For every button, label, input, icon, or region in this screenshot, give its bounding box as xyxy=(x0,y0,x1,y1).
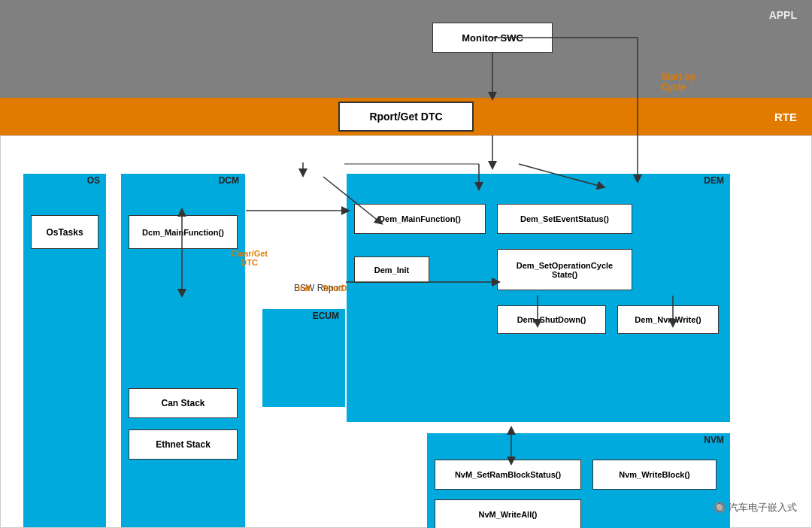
nvm-write-all-box: NvM_WriteAll() xyxy=(435,499,581,528)
dem-nvm-write-box: Dem_NvmWrite() xyxy=(617,305,719,334)
dem-init-box: Dem_Init xyxy=(354,256,429,283)
ostasks-label: OsTasks xyxy=(46,227,83,238)
nvm-write-all-label: NvM_WriteAll() xyxy=(478,510,537,519)
ethnet-stack-label: Ethnet Stack xyxy=(156,439,211,450)
watermark: 🔘 汽车电子嵌入式 xyxy=(714,501,797,514)
can-stack-box: Can Stack xyxy=(129,388,238,418)
start-cycle-label: Start opCycle xyxy=(662,71,695,93)
dcm-main-label: Dcm_MainFunction() xyxy=(142,228,224,237)
dem-shutdown-label: Dem_ShutDown() xyxy=(517,315,586,324)
dem-main-box: Dem_MainFunction() xyxy=(354,204,486,234)
dem-set-op-label: Dem_SetOperationCycle State() xyxy=(517,261,613,279)
dem-set-event-box: Dem_SetEventStatus() xyxy=(497,204,632,234)
rport-dtc-box: Rport/Get DTC xyxy=(338,102,474,132)
init-label: Init xyxy=(298,284,311,293)
dcm-label: DCM xyxy=(219,175,239,186)
dem-section: DEM Dem_MainFunction() Dem_SetEventStatu… xyxy=(347,174,730,422)
dem-shutdown-box: Dem_ShutDown() xyxy=(497,305,606,334)
ecum-label: ECUM xyxy=(313,311,339,321)
bsw-layer: BSW Report OS OsTasks DCM Dcm_MainFuncti… xyxy=(0,135,812,528)
monitor-swc-box: Monitor SWC xyxy=(432,23,553,53)
nvm-write-block-box: Nvm_WriteBlock() xyxy=(592,460,717,490)
monitor-swc-label: Monitor SWC xyxy=(462,32,523,44)
rte-layer: Rport/Get DTC RTE xyxy=(0,98,812,135)
dem-label: DEM xyxy=(704,175,724,186)
dem-set-op-box: Dem_SetOperationCycle State() xyxy=(497,249,632,290)
nvm-section: NVM NvM_SetRamBlockStatus() NvM_WriteAll… xyxy=(427,433,730,528)
dem-main-label: Dem_MainFunction() xyxy=(379,214,461,223)
dem-set-event-label: Dem_SetEventStatus() xyxy=(520,214,609,223)
dcm-section: DCM Dcm_MainFunction() Clear/GetDTC Can … xyxy=(121,174,245,527)
rport-dtc-label: Rport/Get DTC xyxy=(369,111,442,123)
ethnet-stack-box: Ethnet Stack xyxy=(129,429,238,460)
appl-label: APPL xyxy=(769,9,797,21)
nvm-label: NVM xyxy=(704,435,724,445)
nvm-write-block-label: Nvm_WriteBlock() xyxy=(619,470,690,479)
ostasks-box: OsTasks xyxy=(31,215,98,249)
clear-get-dtc-label: Clear/GetDTC xyxy=(231,249,268,267)
rte-label: RTE xyxy=(774,111,797,123)
nvm-set-ram-box: NvM_SetRamBlockStatus() xyxy=(435,460,581,490)
os-section: OS OsTasks xyxy=(23,174,106,527)
dem-init-label: Dem_Init xyxy=(374,266,409,275)
dem-nvm-write-label: Dem_NvmWrite() xyxy=(635,315,701,324)
os-label: OS xyxy=(87,175,100,186)
can-stack-label: Can Stack xyxy=(161,398,205,408)
nvm-set-ram-label: NvM_SetRamBlockStatus() xyxy=(455,470,561,479)
ecum-box: ECUM xyxy=(262,309,345,407)
dcm-main-box: Dcm_MainFunction() xyxy=(129,215,238,249)
